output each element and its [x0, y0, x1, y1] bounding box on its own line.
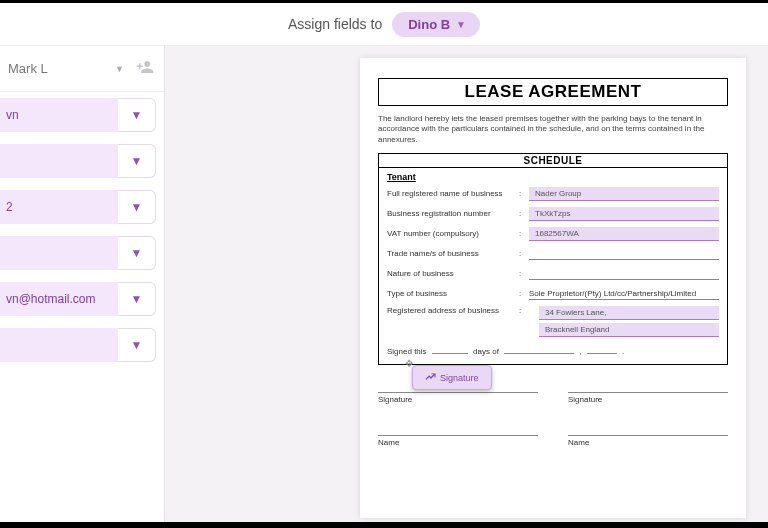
- user-selector-row[interactable]: Mark L ▼: [0, 50, 164, 92]
- assign-label: Assign fields to: [288, 16, 382, 32]
- sidebar: Mark L ▼ vn ▼ ▼ 2 ▼ ▼ vn@hotmail.com ▼ ▼: [0, 46, 165, 528]
- assignee-name: Dino B: [408, 17, 450, 32]
- signature-caption: Signature: [378, 395, 538, 404]
- filled-field[interactable]: Nader Group: [529, 187, 719, 201]
- row-label: Nature of business: [387, 269, 519, 278]
- blank-line[interactable]: [432, 353, 468, 354]
- signed-this-line: Signed this days of , .: [387, 343, 719, 356]
- field-item: ▼: [0, 236, 156, 270]
- topbar: Assign fields to Dino B ▼: [0, 0, 768, 46]
- field-body[interactable]: vn@hotmail.com: [0, 282, 118, 316]
- row-label: Full registered name of business: [387, 189, 519, 198]
- field-dropdown[interactable]: ▼: [118, 282, 156, 316]
- field-body[interactable]: 2: [0, 190, 118, 224]
- add-person-icon[interactable]: [136, 58, 154, 79]
- drag-label: Signature: [440, 373, 479, 383]
- empty-field[interactable]: [529, 248, 719, 260]
- draggable-signature-field[interactable]: ✥ Signature: [412, 365, 492, 390]
- field-item: vn@hotmail.com ▼: [0, 282, 156, 316]
- chevron-down-icon: ▼: [115, 64, 124, 74]
- doc-title-box: LEASE AGREEMENT: [378, 78, 728, 106]
- signature-icon: [425, 372, 436, 383]
- form-row: VAT number (compulsory) : 1682567WA: [387, 226, 719, 241]
- filled-field[interactable]: TkXkTzps: [529, 207, 719, 221]
- form-row: Type of business : Sole Proprietor/(Pty)…: [387, 286, 719, 301]
- chevron-down-icon: ▼: [456, 19, 466, 30]
- tenant-heading: Tenant: [387, 172, 719, 182]
- field-dropdown[interactable]: ▼: [118, 190, 156, 224]
- filled-field[interactable]: 1682567WA: [529, 227, 719, 241]
- document-page: LEASE AGREEMENT The landlord hereby lets…: [360, 58, 746, 518]
- name-caption: Name: [378, 438, 538, 447]
- schedule-body: Tenant Full registered name of business …: [378, 168, 728, 365]
- field-body[interactable]: [0, 144, 118, 178]
- field-item: ▼: [0, 144, 156, 178]
- static-field: Sole Proprietor/(Pty) Ltd/cc/Partnership…: [529, 288, 719, 300]
- filled-field[interactable]: 34 Fowlers Lane,: [539, 306, 719, 320]
- move-icon: ✥: [405, 358, 415, 368]
- schedule-heading: SCHEDULE: [378, 153, 728, 168]
- form-row: Business registration number : TkXkTzps: [387, 206, 719, 221]
- form-row: Nature of business :: [387, 266, 719, 281]
- field-body[interactable]: [0, 328, 118, 362]
- blank-line[interactable]: [504, 353, 574, 354]
- field-item: 2 ▼: [0, 190, 156, 224]
- field-dropdown[interactable]: ▼: [118, 236, 156, 270]
- field-dropdown[interactable]: ▼: [118, 328, 156, 362]
- form-row: Registered address of business : 34 Fowl…: [387, 306, 719, 337]
- row-label: Registered address of business: [387, 306, 519, 315]
- field-item: vn ▼: [0, 98, 156, 132]
- row-label: Type of business: [387, 289, 519, 298]
- doc-title: LEASE AGREEMENT: [379, 82, 727, 102]
- bottom-border: [0, 522, 768, 528]
- row-label: Business registration number: [387, 209, 519, 218]
- name-caption: Name: [568, 438, 728, 447]
- form-row: Trade name/s of business :: [387, 246, 719, 261]
- signature-line[interactable]: [568, 379, 728, 393]
- signature-caption: Signature: [568, 395, 728, 404]
- row-label: VAT number (compulsory): [387, 229, 519, 238]
- field-item: ▼: [0, 328, 156, 362]
- user-name: Mark L: [8, 61, 103, 76]
- doc-intro: The landlord hereby lets the leased prem…: [378, 114, 728, 145]
- signature-col-right: Signature Name: [568, 379, 728, 447]
- address-block: 34 Fowlers Lane, Bracknell England: [529, 306, 719, 337]
- assignee-selector[interactable]: Dino B ▼: [392, 12, 480, 37]
- field-body[interactable]: [0, 236, 118, 270]
- blank-line[interactable]: [587, 353, 617, 354]
- field-dropdown[interactable]: ▼: [118, 98, 156, 132]
- field-body[interactable]: vn: [0, 98, 118, 132]
- filled-field[interactable]: Bracknell England: [539, 323, 719, 337]
- empty-field[interactable]: [529, 268, 719, 280]
- signature-section: ✥ Signature Signature Name Signature Nam…: [378, 379, 728, 447]
- row-label: Trade name/s of business: [387, 249, 519, 258]
- field-dropdown[interactable]: ▼: [118, 144, 156, 178]
- name-line[interactable]: [568, 422, 728, 436]
- name-line[interactable]: [378, 422, 538, 436]
- form-row: Full registered name of business : Nader…: [387, 186, 719, 201]
